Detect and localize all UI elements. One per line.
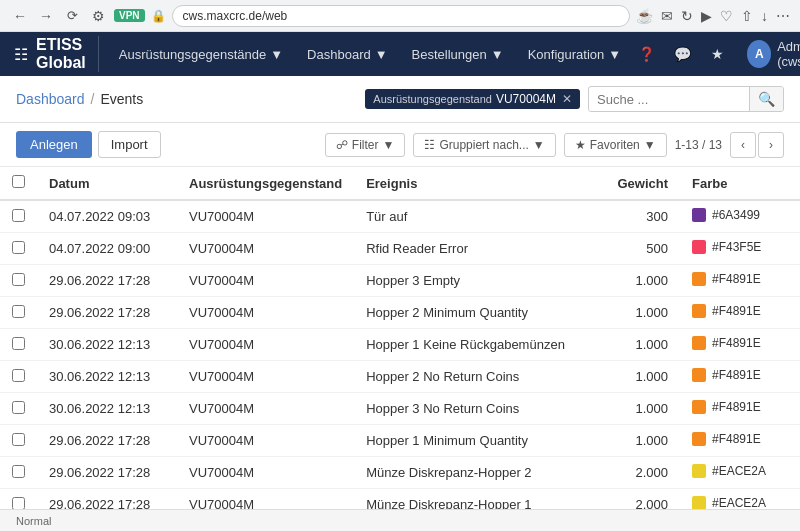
nav-bestellungen[interactable]: Bestellungen ▼ [400, 32, 516, 76]
reload-button[interactable]: ⟳ [62, 6, 82, 26]
row-farbe: #EACE2A [680, 457, 800, 489]
filter-close-button[interactable]: ✕ [562, 92, 572, 106]
row-gewicht: 1.000 [600, 265, 680, 297]
filter-tag: Ausrüstungsgegenstand VU70004M ✕ [365, 89, 580, 109]
refresh-icon[interactable]: ↻ [681, 8, 693, 24]
table-row: 30.06.2022 12:13 VU70004M Hopper 1 Keine… [0, 329, 800, 361]
star-icon: ★ [575, 138, 586, 152]
table-row: 30.06.2022 12:13 VU70004M Hopper 2 No Re… [0, 361, 800, 393]
grid-button[interactable]: ⚙ [88, 6, 108, 26]
row-ausrust: VU70004M [177, 297, 354, 329]
nav-ausrustung[interactable]: Ausrüstungsgegenstände ▼ [107, 32, 295, 76]
toolbar-left: Anlegen Import [16, 131, 161, 158]
row-farbe: #F43F5E [680, 233, 800, 265]
lock-icon: 🔒 [151, 9, 166, 23]
row-check [0, 393, 37, 425]
row-checkbox-4[interactable] [12, 337, 25, 350]
color-swatch [692, 336, 706, 350]
back-button[interactable]: ← [10, 6, 30, 26]
row-checkbox-7[interactable] [12, 433, 25, 446]
col-header-check [0, 167, 37, 200]
user-menu[interactable]: A Administrator (cws) [739, 35, 800, 73]
row-ausrust: VU70004M [177, 329, 354, 361]
share-icon[interactable]: ⇧ [741, 8, 753, 24]
chevron-down-icon: ▼ [270, 47, 283, 62]
nav-dashboard[interactable]: Dashboard ▼ [295, 32, 399, 76]
color-badge: #EACE2A [692, 496, 766, 510]
row-checkbox-5[interactable] [12, 369, 25, 382]
chat-icon[interactable]: ✉ [661, 8, 673, 24]
col-header-farbe[interactable]: Farbe [680, 167, 800, 200]
row-ereignis: Hopper 3 No Return Coins [354, 393, 600, 425]
chevron-down-icon: ▼ [644, 138, 656, 152]
row-gewicht: 300 [600, 200, 680, 233]
table-row: 29.06.2022 17:28 VU70004M Münze Diskrepa… [0, 457, 800, 489]
filter-button[interactable]: ☍ Filter ▼ [325, 133, 406, 157]
download-icon[interactable]: ↓ [761, 8, 768, 24]
next-page-button[interactable]: › [758, 132, 784, 158]
col-header-gewicht[interactable]: Gewicht [600, 167, 680, 200]
anlegen-button[interactable]: Anlegen [16, 131, 92, 158]
color-hex: #F4891E [712, 304, 761, 318]
select-all-checkbox[interactable] [12, 175, 25, 188]
color-hex: #F4891E [712, 432, 761, 446]
nav-right: ❓ 💬 ★ A Administrator (cws) [633, 35, 800, 73]
import-button[interactable]: Import [98, 131, 161, 158]
app-title: ETISS Global [36, 36, 86, 72]
nav-konfiguration[interactable]: Konfiguration ▼ [516, 32, 634, 76]
col-header-datum[interactable]: Datum [37, 167, 177, 200]
chevron-down-icon: ▼ [533, 138, 545, 152]
row-check [0, 425, 37, 457]
row-checkbox-3[interactable] [12, 305, 25, 318]
color-badge: #F4891E [692, 336, 761, 350]
app-grid-icon: ☷ [14, 45, 28, 64]
row-check [0, 233, 37, 265]
color-hex: #6A3499 [712, 208, 760, 222]
row-ausrust: VU70004M [177, 425, 354, 457]
pagination-nav: ‹ › [730, 132, 784, 158]
row-datum: 04.07.2022 09:03 [37, 200, 177, 233]
content-area: Dashboard / Events Ausrüstungsgegenstand… [0, 76, 800, 531]
search-input[interactable] [589, 88, 749, 111]
color-badge: #F4891E [692, 304, 761, 318]
row-checkbox-1[interactable] [12, 241, 25, 254]
prev-page-button[interactable]: ‹ [730, 132, 756, 158]
col-header-ausrust[interactable]: Ausrüstungsgegenstand [177, 167, 354, 200]
row-gewicht: 1.000 [600, 361, 680, 393]
bell-button[interactable]: ★ [704, 38, 731, 70]
more-icon[interactable]: ⋯ [776, 8, 790, 24]
row-datum: 30.06.2022 12:13 [37, 361, 177, 393]
row-checkbox-2[interactable] [12, 273, 25, 286]
row-ereignis: Hopper 1 Keine Rückgabemünzen [354, 329, 600, 361]
row-gewicht: 1.000 [600, 425, 680, 457]
row-checkbox-0[interactable] [12, 209, 25, 222]
row-datum: 29.06.2022 17:28 [37, 297, 177, 329]
row-datum: 29.06.2022 17:28 [37, 425, 177, 457]
filter-icon: ☍ [336, 138, 348, 152]
table-header-row: Datum Ausrüstungsgegenstand Ereignis Gew… [0, 167, 800, 200]
group-button[interactable]: ☷ Gruppiert nach... ▼ [413, 133, 555, 157]
help-button[interactable]: ❓ [633, 38, 660, 70]
color-badge: #F4891E [692, 400, 761, 414]
bookmark-icon[interactable]: ☕ [636, 8, 653, 24]
row-checkbox-9[interactable] [12, 497, 25, 510]
fav-button[interactable]: ★ Favoriten ▼ [564, 133, 667, 157]
breadcrumb-home[interactable]: Dashboard [16, 91, 85, 107]
color-swatch [692, 272, 706, 286]
row-check [0, 457, 37, 489]
chat-button[interactable]: 💬 [669, 38, 696, 70]
row-ausrust: VU70004M [177, 265, 354, 297]
play-icon[interactable]: ▶ [701, 8, 712, 24]
color-swatch [692, 368, 706, 382]
color-hex: #F4891E [712, 272, 761, 286]
search-button[interactable]: 🔍 [749, 87, 783, 111]
row-checkbox-8[interactable] [12, 465, 25, 478]
col-header-ereignis[interactable]: Ereignis [354, 167, 600, 200]
row-ereignis: Tür auf [354, 200, 600, 233]
address-bar[interactable]: cws.maxcrc.de/web [172, 5, 630, 27]
heart-icon[interactable]: ♡ [720, 8, 733, 24]
row-checkbox-6[interactable] [12, 401, 25, 414]
forward-button[interactable]: → [36, 6, 56, 26]
chevron-down-icon: ▼ [375, 47, 388, 62]
row-ereignis: Hopper 2 No Return Coins [354, 361, 600, 393]
